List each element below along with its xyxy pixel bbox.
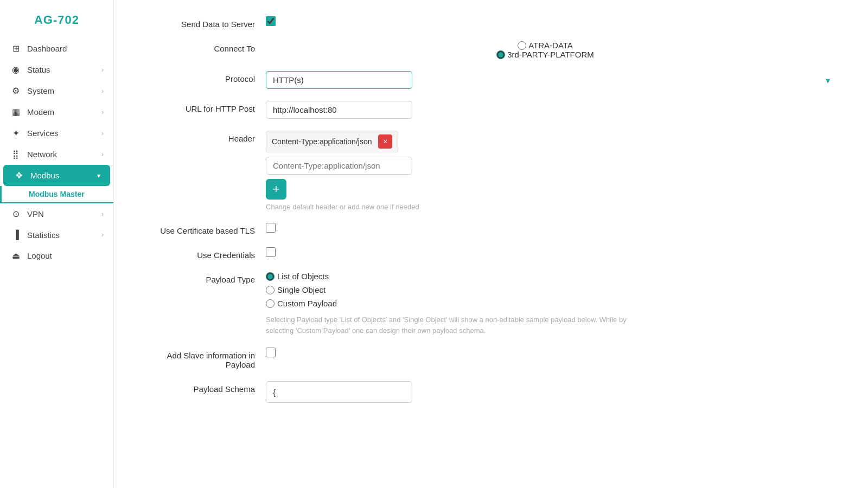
subitem-label: Modbus Master (29, 190, 85, 198)
slave-info-control (266, 348, 835, 357)
radio-third-label[interactable]: 3rd-PARTY-PLATFORM (496, 50, 593, 59)
sidebar-item-label: System (27, 86, 54, 95)
header-label: Header (146, 131, 266, 143)
url-control (266, 101, 835, 119)
sidebar-item-dashboard[interactable]: ⊞ Dashboard (0, 38, 113, 59)
payload-type-control: List of Objects Single Object Custom Pay… (266, 272, 835, 336)
modem-icon: ▦ (10, 107, 22, 117)
protocol-select[interactable]: HTTP(s) MQTT (266, 71, 412, 89)
sidebar-item-label: Logout (27, 251, 52, 260)
payload-radio-single[interactable] (266, 286, 275, 294)
header-control: Content-Type:application/json × + Change… (266, 131, 835, 211)
sidebar-item-system[interactable]: ⚙ System › (0, 80, 113, 101)
payload-radio-list[interactable] (266, 272, 275, 281)
protocol-select-wrapper: HTTP(s) MQTT (266, 71, 835, 89)
sidebar-item-modem[interactable]: ▦ Modem › (0, 101, 113, 123)
slave-info-row: Add Slave information in Payload (146, 348, 835, 369)
chevron-right-icon: › (101, 108, 104, 116)
payload-schema-input[interactable] (266, 381, 412, 403)
sidebar: AG-702 ⊞ Dashboard ◉ Status › ⚙ System ›… (0, 0, 114, 488)
url-row: URL for HTTP Post (146, 101, 835, 119)
network-icon: ⣿ (10, 149, 22, 159)
payload-list-text: List of Objects (277, 272, 329, 281)
send-data-checkbox[interactable] (266, 16, 276, 26)
connect-to-row: Connect To ATRA-DATA 3rd-PARTY-PLATFORM (146, 41, 835, 59)
sidebar-item-label: Modbus (30, 171, 59, 180)
connect-to-control: ATRA-DATA 3rd-PARTY-PLATFORM (266, 41, 835, 59)
sidebar-item-network[interactable]: ⣿ Network › (0, 144, 113, 165)
sidebar-item-services[interactable]: ✦ Services › (0, 123, 113, 144)
chevron-right-icon: › (101, 130, 104, 137)
sidebar-item-label: Statistics (27, 230, 60, 240)
payload-schema-control (266, 381, 835, 403)
payload-radio-custom[interactable] (266, 299, 275, 308)
sidebar-item-modbus[interactable]: ❖ Modbus ▾ (3, 165, 110, 186)
tls-checkbox[interactable] (266, 223, 276, 233)
slave-info-label: Add Slave information in Payload (146, 348, 266, 369)
protocol-row: Protocol HTTP(s) MQTT (146, 71, 835, 89)
sidebar-item-status[interactable]: ◉ Status › (0, 59, 113, 80)
chevron-right-icon: › (101, 210, 104, 218)
sidebar-item-label: Status (27, 65, 50, 74)
header-badge-row: Content-Type:application/json × (266, 131, 835, 152)
payload-hint: Selecting Payload type 'List of Objects'… (266, 314, 646, 336)
dashboard-icon: ⊞ (10, 43, 22, 54)
sidebar-item-label: Dashboard (27, 44, 67, 53)
url-input[interactable] (266, 101, 412, 119)
payload-custom-text: Custom Payload (277, 299, 337, 308)
services-icon: ✦ (10, 128, 22, 138)
sidebar-item-statistics[interactable]: ▐ Statistics › (0, 224, 113, 245)
payload-custom-label[interactable]: Custom Payload (266, 299, 835, 308)
credentials-label: Use Credentials (146, 247, 266, 260)
add-header-button[interactable]: + (266, 179, 286, 200)
send-data-label: Send Data to Server (146, 16, 266, 29)
header-badge: Content-Type:application/json × (266, 131, 398, 152)
radio-atra[interactable] (518, 41, 526, 50)
sidebar-item-label: Services (27, 129, 59, 138)
modbus-icon: ❖ (13, 170, 25, 181)
url-label: URL for HTTP Post (146, 101, 266, 113)
chevron-down-icon: ▾ (97, 172, 100, 179)
sidebar-item-label: Network (27, 150, 57, 159)
payload-list-label[interactable]: List of Objects (266, 272, 835, 281)
header-row: Header Content-Type:application/json × +… (146, 131, 835, 211)
app-logo: AG-702 (0, 5, 113, 38)
chevron-right-icon: › (101, 66, 104, 74)
vpn-icon: ⊙ (10, 209, 22, 219)
radio-third[interactable] (496, 50, 505, 59)
chevron-right-icon: › (101, 87, 104, 95)
header-remove-button[interactable]: × (378, 134, 392, 149)
chevron-right-icon: › (101, 151, 104, 158)
statistics-icon: ▐ (10, 230, 22, 240)
header-input[interactable] (266, 157, 412, 175)
payload-single-label[interactable]: Single Object (266, 285, 835, 294)
main-content: Send Data to Server Connect To ATRA-DATA… (114, 0, 868, 488)
protocol-control: HTTP(s) MQTT (266, 71, 835, 89)
sidebar-item-vpn[interactable]: ⊙ VPN › (0, 203, 113, 224)
radio-atra-text: ATRA-DATA (528, 41, 573, 50)
payload-schema-label: Payload Schema (146, 381, 266, 394)
credentials-checkbox[interactable] (266, 247, 276, 257)
send-data-row: Send Data to Server (146, 16, 835, 29)
payload-schema-row: Payload Schema (146, 381, 835, 403)
payload-single-text: Single Object (277, 285, 326, 294)
radio-third-text: 3rd-PARTY-PLATFORM (507, 50, 593, 59)
credentials-control (266, 247, 835, 257)
radio-atra-label[interactable]: ATRA-DATA (518, 41, 573, 50)
send-data-control (266, 16, 835, 26)
payload-type-label: Payload Type (146, 272, 266, 284)
slave-info-checkbox[interactable] (266, 348, 276, 357)
connect-to-label: Connect To (146, 41, 266, 53)
protocol-label: Protocol (146, 71, 266, 84)
logout-icon: ⏏ (10, 251, 22, 261)
sidebar-subitem-modbus-master[interactable]: Modbus Master (0, 186, 113, 203)
sidebar-item-logout[interactable]: ⏏ Logout (0, 245, 113, 266)
tls-row: Use Certificate based TLS (146, 223, 835, 235)
chevron-right-icon: › (101, 231, 104, 239)
header-hint: Change default header or add new one if … (266, 203, 835, 211)
payload-type-row: Payload Type List of Objects Single Obje… (146, 272, 835, 336)
status-icon: ◉ (10, 65, 22, 75)
header-badge-text: Content-Type:application/json (272, 137, 372, 146)
sidebar-item-label: VPN (27, 209, 44, 219)
tls-label: Use Certificate based TLS (146, 223, 266, 235)
